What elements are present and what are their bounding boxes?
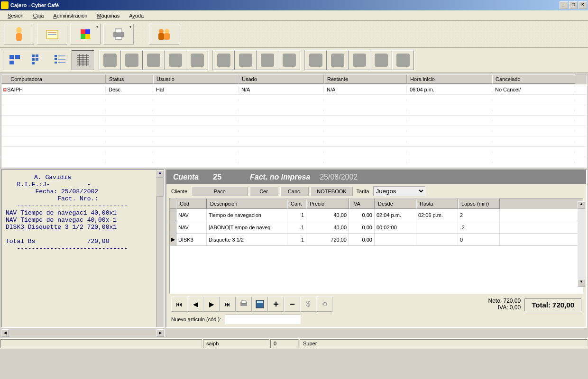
user-button[interactable] <box>4 24 34 45</box>
account-row[interactable]: NAV [ABONO]Tiempo de naveg -1 40,00 0,00… <box>170 221 583 234</box>
status-pane-1 <box>0 339 202 348</box>
receipt-scrollbar[interactable]: ▲ <box>156 170 164 327</box>
iva-label: IVA: <box>498 304 508 311</box>
col-lapso[interactable]: Lapso (min) <box>458 199 500 209</box>
scroll-thumb[interactable] <box>156 178 164 197</box>
menu-caja[interactable]: Caja <box>28 12 49 19</box>
menu-ayuda[interactable]: Ayuda <box>124 12 148 19</box>
alert-button[interactable] <box>305 50 327 70</box>
col-cant[interactable]: Cant <box>287 199 306 209</box>
clean-group <box>212 50 301 71</box>
view-list[interactable] <box>49 50 72 70</box>
account-info-row: Cliente Paco Cer. Canc. NOTEBOOK Tarifa … <box>166 184 586 198</box>
link-button[interactable]: ⟲ <box>316 297 332 312</box>
col-computadora[interactable]: Computadora <box>1 74 106 84</box>
col-descripcion[interactable]: Descripción <box>207 199 287 209</box>
row-marker <box>170 221 176 233</box>
svg-rect-43 <box>257 301 263 303</box>
col-cod[interactable]: Cód <box>176 199 207 209</box>
nav-first-button[interactable]: ⏮ <box>171 297 187 312</box>
grid-row[interactable]: 🖥SAIPH Desc. Hal N/A N/A 06:04 p.m. No C… <box>1 84 587 95</box>
col-hora-inicio[interactable]: Hora inicio <box>407 74 492 84</box>
clean-config-button[interactable] <box>257 50 278 70</box>
users-button[interactable] <box>149 24 179 45</box>
main-toolbar <box>0 21 588 48</box>
nav-prev-button[interactable]: ◀ <box>187 297 203 312</box>
account-grid-header: Cód Descripción Cant Precio IVA Desde Ha… <box>170 199 583 209</box>
clean-all-button[interactable] <box>235 50 257 70</box>
money-button[interactable]: $ <box>300 297 316 312</box>
receipt-total-value: 720,00 <box>87 238 110 245</box>
send-button[interactable] <box>392 50 414 70</box>
close-button[interactable]: × <box>579 1 587 9</box>
clean-button[interactable] <box>213 50 235 70</box>
col-hasta[interactable]: Hasta <box>416 199 458 209</box>
account-header: Cuenta 25 Fact. no impresa 25/08/2002 <box>166 170 586 184</box>
minimize-button[interactable]: _ <box>560 1 568 9</box>
account-title: Cuenta <box>173 173 199 181</box>
scroll-down-button[interactable]: ▼ <box>578 279 585 287</box>
unlock-button[interactable] <box>99 50 121 70</box>
account-row[interactable]: NAV Tiempo de navegacion 1 40,00 0,00 02… <box>170 209 583 221</box>
calc-button[interactable] <box>252 297 268 312</box>
col-iva[interactable]: IVA <box>349 199 375 209</box>
menu-maquinas[interactable]: Máquinas <box>92 12 124 19</box>
account-date: 25/08/2002 <box>320 173 358 181</box>
svg-rect-7 <box>81 34 85 39</box>
col-restante[interactable]: Restante <box>324 74 407 84</box>
lock-button[interactable] <box>143 50 165 70</box>
scroll-up-button[interactable]: ▲ <box>156 170 164 178</box>
app-icon <box>1 1 9 9</box>
folder2-button[interactable] <box>370 50 392 70</box>
status-bar: saiph 0 Super <box>0 338 588 349</box>
view-small-icons[interactable] <box>26 50 49 70</box>
note-button[interactable] <box>37 24 67 45</box>
total-box: Total: 720,00 <box>524 298 581 311</box>
print-item-button[interactable] <box>236 297 252 312</box>
scroll-left-button[interactable]: ◀ <box>1 329 9 337</box>
account-row[interactable]: ▶ DISK3 Disquette 3 1/2 1 720,00 0,00 0 <box>170 234 583 246</box>
view-large-icons[interactable] <box>3 50 26 70</box>
col-usado[interactable]: Usado <box>239 74 324 84</box>
recycle-button[interactable] <box>327 50 349 70</box>
menu-administracion[interactable]: Administración <box>48 12 92 19</box>
clean-config-all-button[interactable] <box>278 50 300 70</box>
view-mode-group <box>3 50 95 71</box>
svg-rect-20 <box>36 54 38 57</box>
cube-button[interactable] <box>70 24 101 45</box>
folder-button[interactable] <box>349 50 370 70</box>
scroll-right-button[interactable]: ▶ <box>156 329 164 337</box>
col-desde[interactable]: Desde <box>375 199 416 209</box>
receipt-divider: ------------------------------ <box>17 202 128 209</box>
totals-block: Neto: 720,00 IVA: 0,00 <box>488 298 524 311</box>
nav-last-button[interactable]: ⏭ <box>220 297 236 312</box>
svg-point-0 <box>16 27 22 34</box>
new-article-input[interactable] <box>225 315 301 324</box>
add-button[interactable]: + <box>268 297 284 312</box>
canc-button[interactable]: Canc. <box>280 187 309 196</box>
lock-all-button[interactable] <box>165 50 186 70</box>
svg-rect-21 <box>32 58 35 61</box>
tarifa-select[interactable]: Juegos <box>373 186 425 196</box>
remove-button[interactable]: − <box>284 297 300 312</box>
cer-button[interactable]: Cer. <box>250 187 278 196</box>
maximize-button[interactable]: □ <box>569 1 578 9</box>
nav-next-button[interactable]: ▶ <box>203 297 220 312</box>
scroll-up-button[interactable]: ▲ <box>578 201 585 209</box>
receipt-hscroll[interactable]: ◀ ▶ <box>1 329 165 337</box>
cliente-button[interactable]: Paco <box>191 187 248 196</box>
svg-rect-16 <box>9 55 14 59</box>
col-status[interactable]: Status <box>106 74 153 84</box>
grid-row-empty <box>1 105 587 116</box>
notebook-button[interactable]: NOTEBOOK <box>311 187 352 196</box>
menu-sesion[interactable]: Sesión <box>3 12 28 19</box>
lock-timer-button[interactable] <box>186 50 208 70</box>
col-precio[interactable]: Precio <box>306 199 349 209</box>
col-cancelado[interactable]: Cancelado <box>492 74 575 84</box>
col-usuario[interactable]: Usuario <box>153 74 239 84</box>
view-details[interactable] <box>72 50 94 70</box>
unlock-all-button[interactable] <box>121 50 143 70</box>
account-scrollbar[interactable]: ▲ ▼ <box>578 201 585 287</box>
print-button[interactable] <box>103 24 134 45</box>
svg-point-12 <box>159 29 164 34</box>
